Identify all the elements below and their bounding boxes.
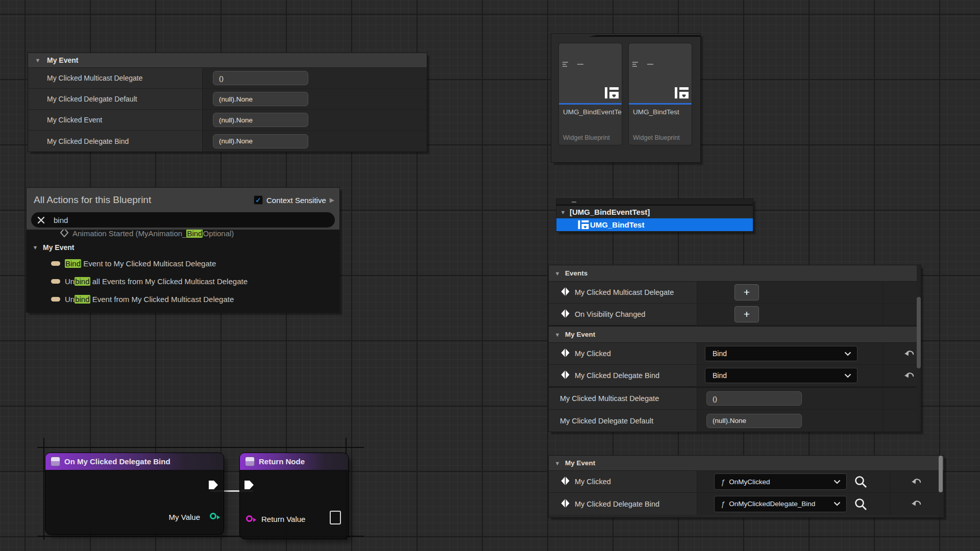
collapse-arrow-icon: ▼ [554,270,561,277]
action-item-unbind-event[interactable]: Unbind Event from My Clicked Multicast D… [27,291,339,308]
property-label: My Clicked Delegate Default [28,89,203,109]
section-title: My Event [565,331,595,338]
hierarchy-root-row[interactable]: ▼ [UMG_BindEventTest] [556,206,753,218]
event-row: My Clicked Multicast Delegate + [549,282,921,304]
collapse-arrow-icon: ▼ [559,209,567,215]
context-sensitive-checkbox[interactable]: ✓ [254,195,263,205]
property-label: My Clicked Multicast Delegate [28,68,203,88]
blueprint-actions-menu: All Actions for this Blueprint ✓ Context… [27,188,339,312]
graph-major-line-horizontal [37,447,364,448]
asset-type: Widget Blueprint [633,134,688,141]
bind-dropdown[interactable]: Bind [705,346,857,361]
node-title: On My Clicked Delegate Bind [64,457,170,466]
asset-thumbnail [559,43,622,103]
widget-blueprint-icon [578,220,589,229]
event-label: On Visibility Changed [575,310,645,318]
clear-search-icon[interactable] [37,216,45,224]
add-event-button[interactable]: + [734,306,759,322]
reset-to-default-icon[interactable] [912,500,922,508]
actions-search-input[interactable]: bind [31,212,335,228]
function-icon: ƒ [721,499,725,508]
hierarchy-selected-label: UMG_BindTest [590,220,644,229]
hierarchy-clipped-row [556,199,753,206]
asset-tile-umg-bindeventtest[interactable]: UMG_BindEventTest Widget Blueprint [559,43,622,145]
actions-result-list: Animation Started (MyAnimation_BindOptio… [27,230,339,312]
asset-name: UMG_BindTest [633,107,688,117]
property-value-field[interactable]: (null).None [213,92,308,106]
section-title: My Event [565,459,595,467]
hierarchy-root-label: [UMG_BindEventTest] [570,208,650,216]
function-pill-icon [51,261,60,266]
property-value-field[interactable]: (null).None [213,134,308,148]
property-row: My Clicked Delegate Default (null).None [549,410,921,432]
asset-tile-umg-bindtest[interactable]: UMG_BindTest Widget Blueprint [629,43,692,145]
bound-function-dropdown[interactable]: ƒ OnMyClickedDelegate_Bind [714,496,847,512]
reset-to-default-icon[interactable] [904,372,915,380]
details-panel-right: ▼ Events My Clicked Multicast Delegate +… [549,265,921,432]
chevron-down-icon [834,502,841,506]
property-row: My Clicked Delegate Bind (null).None [28,131,427,152]
collapse-arrow-icon: ▼ [554,332,561,338]
section-title: My Event [47,56,78,64]
return-node-icon [246,457,254,466]
property-row: My Clicked Delegate Default (null).None [28,89,427,110]
action-item-unbind-all[interactable]: Unbind all Events from My Clicked Multic… [27,273,339,290]
bind-dropdown[interactable]: Bind [705,368,857,383]
bound-function-row: My Clicked ƒ OnMyClicked [549,471,944,493]
details-panel-my-event: ▼ My Event My Clicked Multicast Delegate… [28,53,427,152]
property-value-field[interactable]: () [706,391,802,406]
event-diamond-icon [60,230,68,239]
reset-to-default-icon[interactable] [904,350,915,358]
function-pill-icon [51,297,60,302]
browse-function-search-icon[interactable] [854,497,867,511]
action-category-my-event[interactable]: ▼ My Event [27,241,74,254]
widget-hierarchy-panel: ▼ [UMG_BindEventTest] UMG_BindTest [556,199,753,232]
delegate-diamond-icon [561,498,570,510]
context-sensitive-label: Context Sensitive [266,196,326,205]
details-scrollbar[interactable] [917,265,921,432]
property-label: My Clicked Event [28,110,203,130]
property-value-field[interactable]: () [213,71,308,85]
delegate-bind-row: My Clicked Bind [549,343,921,365]
add-event-button[interactable]: + [734,284,759,300]
return-value-pin[interactable] [246,515,253,522]
action-item-bind-event[interactable]: Bind Event to My Clicked Multicast Deleg… [27,255,339,272]
property-row: My Clicked Event (null).None [28,110,427,131]
panel-edge-line [596,35,700,37]
event-label: My Clicked Multicast Delegate [575,288,674,296]
input-pin-label: Return Value [261,515,305,523]
asset-type: Widget Blueprint [563,134,618,141]
action-item-clipped[interactable]: Animation Started (MyAnimation_BindOptio… [60,230,339,240]
check-icon: ✓ [255,196,261,204]
property-value-field[interactable]: (null).None [213,113,308,127]
delegate-diamond-icon [561,476,570,487]
delegate-diamond-icon [561,370,570,381]
section-header-my-event[interactable]: ▼ My Event [549,456,944,471]
section-header-my-event[interactable]: ▼ My Event [28,53,427,68]
reset-to-default-icon[interactable] [912,478,922,486]
exec-input-pin[interactable] [244,480,254,490]
section-header-events[interactable]: ▼ Events [549,265,921,282]
return-value-checkbox[interactable] [330,511,341,524]
bound-function-dropdown[interactable]: ƒ OnMyClicked [714,473,847,490]
property-value-field[interactable]: (null).None [706,414,802,428]
my-value-pin[interactable] [210,513,216,519]
node-on-my-clicked-delegate-bind[interactable]: On My Clicked Delegate Bind My Value [45,453,224,534]
collapse-arrow-icon: ▼ [32,244,39,251]
details-scrollbar[interactable] [939,456,943,517]
collapse-arrow-icon: ▼ [554,460,561,466]
function-icon: ƒ [721,478,725,486]
expand-right-icon[interactable]: ▶ [330,196,334,204]
section-title: Events [565,269,587,277]
property-label: My Clicked Delegate Default [560,417,653,425]
exec-output-pin[interactable] [208,480,218,490]
node-return-node[interactable]: Return Node Return Value [240,453,348,539]
details-panel-bottom-right: ▼ My Event My Clicked ƒ OnMyClicked [549,456,944,517]
graph-major-line-vertical [43,438,44,540]
collapse-arrow-icon: ▼ [34,57,41,63]
browse-function-search-icon[interactable] [854,475,867,488]
section-header-my-event[interactable]: ▼ My Event [549,327,921,343]
property-label: My Clicked Multicast Delegate [560,394,659,403]
property-row: My Clicked Multicast Delegate () [549,388,921,410]
hierarchy-selected-row[interactable]: UMG_BindTest [556,218,753,231]
